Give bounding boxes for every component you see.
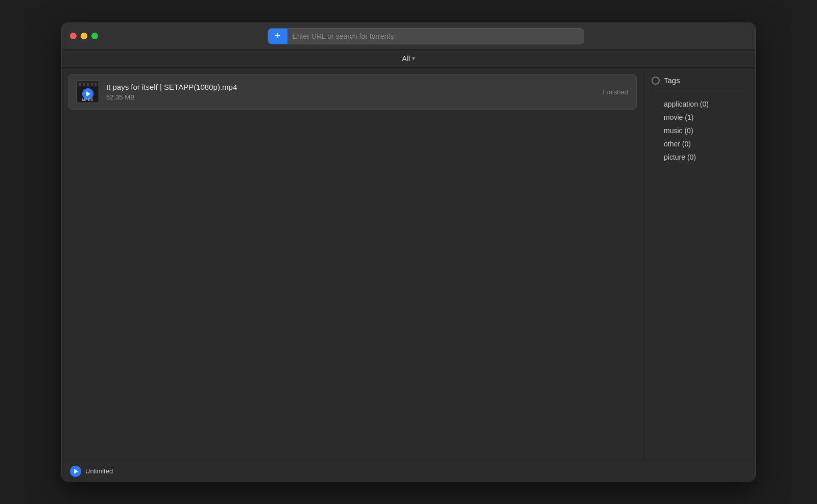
speed-label: Unlimited <box>85 467 113 475</box>
torrent-list: MPEG It pays for itself | SETAPP(1080p).… <box>62 68 643 461</box>
film-hole <box>87 83 89 86</box>
film-hole <box>83 83 85 86</box>
minimize-button[interactable] <box>81 33 87 39</box>
film-hole <box>79 83 81 86</box>
titlebar: + <box>62 23 755 49</box>
speed-icon <box>70 466 81 477</box>
speed-play-icon <box>74 469 78 474</box>
sidebar-divider <box>652 91 747 91</box>
add-torrent-button[interactable]: + <box>268 29 287 44</box>
film-strip <box>77 81 99 87</box>
torrent-item[interactable]: MPEG It pays for itself | SETAPP(1080p).… <box>68 74 637 110</box>
filter-selected-label: All <box>402 55 410 63</box>
search-input[interactable] <box>287 32 584 40</box>
tag-item-other[interactable]: other (0) <box>652 137 747 150</box>
sidebar-tags-header: Tags <box>652 76 747 85</box>
tag-item-picture[interactable]: picture (0) <box>652 150 747 164</box>
filter-dropdown[interactable]: All ▾ <box>402 55 415 63</box>
film-hole <box>91 83 93 86</box>
torrent-info: It pays for itself | SETAPP(1080p).mp4 5… <box>106 83 596 101</box>
tag-item-music[interactable]: music (0) <box>652 124 747 137</box>
close-button[interactable] <box>70 33 77 39</box>
filter-bar: All ▾ <box>62 49 755 68</box>
app-window: + All ▾ <box>61 22 756 482</box>
torrent-name: It pays for itself | SETAPP(1080p).mp4 <box>106 83 596 91</box>
search-bar-container: + <box>104 28 747 44</box>
bottom-bar: Unlimited <box>62 461 755 481</box>
chevron-down-icon: ▾ <box>412 55 415 62</box>
film-hole <box>94 83 97 86</box>
tags-radio-icon[interactable] <box>652 77 660 85</box>
sidebar: Tags application (0) movie (1) music (0)… <box>643 68 755 461</box>
search-bar: + <box>268 28 584 44</box>
tag-item-movie[interactable]: movie (1) <box>652 111 747 124</box>
main-content: MPEG It pays for itself | SETAPP(1080p).… <box>62 68 755 461</box>
torrent-status: Finished <box>603 88 628 96</box>
traffic-lights <box>70 33 98 39</box>
torrent-size: 52.35 MB <box>106 93 596 101</box>
play-triangle-icon <box>86 91 90 96</box>
mpeg-label: MPEG <box>77 98 99 102</box>
tag-item-application[interactable]: application (0) <box>652 97 747 111</box>
maximize-button[interactable] <box>91 33 98 39</box>
sidebar-tags-title: Tags <box>664 76 680 85</box>
torrent-icon: MPEG <box>77 81 99 103</box>
